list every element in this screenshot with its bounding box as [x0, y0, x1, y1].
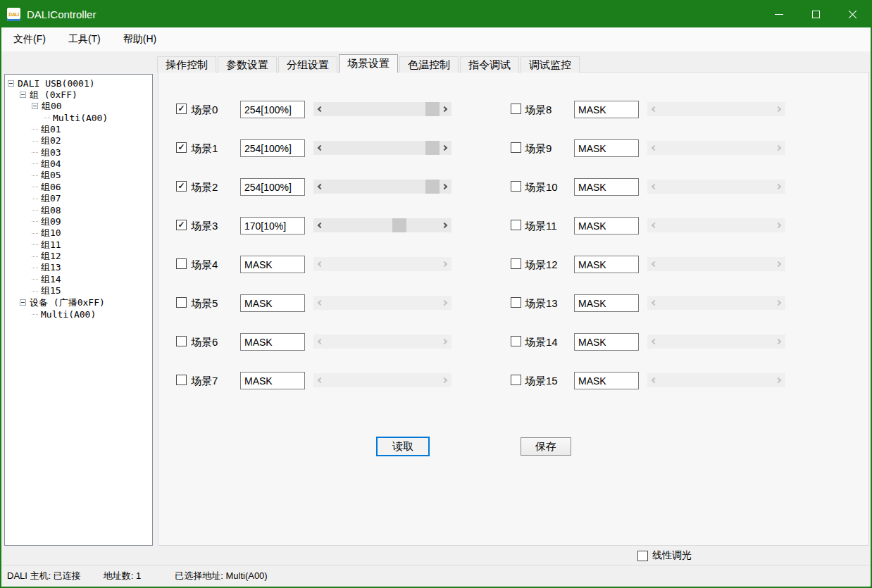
tree-item[interactable]: 组05 — [5, 170, 152, 181]
scene-slider-2[interactable] — [313, 180, 451, 194]
tree-item[interactable]: 组03 — [5, 146, 152, 158]
slider-right-arrow-button[interactable] — [440, 102, 451, 116]
scene-value-input-9[interactable] — [574, 139, 639, 157]
minimize-button[interactable] — [761, 1, 797, 27]
scene-label-9: 场景9 — [525, 142, 552, 156]
slider-left-arrow-button[interactable] — [313, 180, 325, 194]
tree-item[interactable]: 组00 — [5, 101, 152, 112]
save-button[interactable]: 保存 — [521, 437, 571, 456]
tree-item[interactable]: 组15 — [5, 285, 152, 296]
slider-right-arrow-button[interactable] — [440, 218, 451, 232]
tab-5[interactable]: 指令调试 — [460, 56, 519, 73]
scene-value-input-0[interactable] — [240, 101, 305, 118]
scene-value-input-12[interactable] — [574, 256, 639, 273]
slider-thumb[interactable] — [392, 218, 406, 232]
collapse-icon[interactable] — [20, 92, 26, 98]
tree-item[interactable]: 组10 — [5, 227, 152, 239]
maximize-button[interactable] — [797, 1, 834, 27]
scene-checkbox-5[interactable] — [176, 297, 187, 308]
scene-checkbox-15[interactable] — [511, 375, 521, 385]
slider-thumb[interactable] — [425, 102, 440, 116]
scene-checkbox-4[interactable] — [176, 258, 187, 269]
slider-right-arrow-button — [773, 218, 785, 232]
menu-item-2[interactable]: 帮助(H) — [116, 30, 163, 49]
tree-item[interactable]: 组11 — [5, 239, 152, 250]
tree-item[interactable]: 组07 — [5, 193, 152, 204]
chevron-left-icon — [318, 223, 323, 228]
tree-item[interactable]: 组01 — [5, 124, 152, 135]
slider-right-arrow-button[interactable] — [440, 180, 451, 194]
scene-slider-1[interactable] — [313, 141, 451, 155]
tab-3[interactable]: 场景设置 — [339, 54, 398, 73]
tree-item[interactable]: 组13 — [5, 262, 152, 273]
scene-checkbox-11[interactable] — [511, 220, 521, 230]
slider-right-arrow-button[interactable] — [440, 141, 451, 155]
scene-checkbox-13[interactable] — [511, 297, 521, 308]
tab-6[interactable]: 调试监控 — [521, 56, 580, 73]
collapse-icon[interactable] — [20, 299, 26, 306]
slider-track[interactable] — [325, 180, 440, 194]
tree-item[interactable]: Multi(A00) — [5, 112, 152, 123]
tab-2[interactable]: 分组设置 — [278, 56, 337, 73]
scene-checkbox-14[interactable] — [511, 336, 521, 346]
tree-item[interactable]: 组 (0xFF) — [5, 89, 152, 100]
tree-item[interactable]: 组09 — [5, 216, 152, 227]
scene-value-input-1[interactable] — [240, 139, 305, 157]
slider-left-arrow-button[interactable] — [313, 102, 325, 116]
tree-item[interactable]: 组14 — [5, 274, 152, 285]
scene-value-input-3[interactable] — [240, 217, 305, 234]
slider-track[interactable] — [325, 218, 440, 232]
tree-item[interactable]: 组08 — [5, 204, 152, 215]
scene-value-input-5[interactable] — [240, 294, 305, 312]
tab-1[interactable]: 参数设置 — [218, 56, 277, 73]
scene-slider-3[interactable] — [313, 218, 451, 232]
scene-value-input-14[interactable] — [574, 333, 639, 351]
window-controls — [761, 1, 871, 27]
resize-grip[interactable] — [866, 582, 868, 584]
scene-checkbox-12[interactable] — [511, 258, 521, 269]
tab-0[interactable]: 操作控制 — [157, 56, 216, 73]
scene-checkbox-8[interactable] — [511, 104, 521, 114]
scene-value-input-2[interactable] — [240, 178, 305, 196]
scene-value-input-8[interactable] — [574, 101, 639, 118]
scene-value-input-7[interactable] — [240, 372, 305, 389]
scene-checkbox-6[interactable] — [176, 336, 187, 346]
slider-track[interactable] — [325, 141, 440, 155]
tree-item[interactable]: 设备 (广播0xFF) — [5, 296, 152, 308]
scene-checkbox-9[interactable] — [511, 142, 521, 153]
scene-value-input-6[interactable] — [240, 333, 305, 351]
scene-value-input-10[interactable] — [574, 178, 639, 196]
slider-left-arrow-button — [647, 218, 659, 232]
tree-item[interactable]: 组12 — [5, 251, 152, 262]
slider-left-arrow-button[interactable] — [313, 218, 325, 232]
scene-value-input-15[interactable] — [574, 372, 639, 389]
close-button[interactable] — [834, 1, 871, 27]
menu-item-0[interactable]: 文件(F) — [6, 30, 53, 49]
scene-value-input-4[interactable] — [240, 256, 305, 273]
scene-checkbox-3[interactable] — [176, 220, 187, 230]
scene-checkbox-2[interactable] — [176, 181, 187, 192]
scene-value-input-13[interactable] — [574, 294, 639, 312]
tab-4[interactable]: 色温控制 — [399, 56, 459, 73]
tree-item[interactable]: Multi(A00) — [5, 308, 152, 320]
scene-slider-7 — [313, 373, 451, 387]
read-button[interactable]: 读取 — [376, 437, 430, 456]
scene-checkbox-1[interactable] — [176, 142, 187, 153]
scene-checkbox-0[interactable] — [176, 104, 187, 114]
slider-thumb[interactable] — [425, 180, 440, 194]
slider-track[interactable] — [325, 102, 440, 116]
tree-item[interactable]: DALI USB(0001) — [5, 77, 152, 89]
scene-value-input-11[interactable] — [574, 217, 639, 234]
tree-item[interactable]: 组04 — [5, 158, 152, 170]
collapse-icon[interactable] — [32, 103, 38, 109]
slider-left-arrow-button[interactable] — [313, 141, 325, 155]
scene-slider-0[interactable] — [313, 102, 451, 116]
scene-checkbox-7[interactable] — [176, 375, 187, 385]
menu-item-1[interactable]: 工具(T) — [61, 30, 108, 49]
scene-checkbox-10[interactable] — [511, 181, 521, 192]
tree-item[interactable]: 组06 — [5, 182, 152, 193]
linear-dimming-checkbox[interactable] — [637, 551, 648, 561]
slider-thumb[interactable] — [425, 141, 440, 155]
tree-item[interactable]: 组02 — [5, 135, 152, 146]
collapse-icon[interactable] — [8, 80, 14, 87]
